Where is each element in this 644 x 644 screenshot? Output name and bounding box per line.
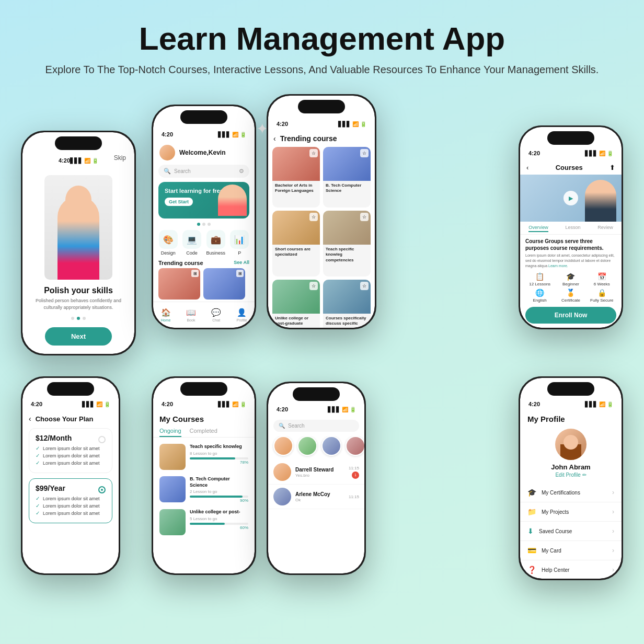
course-card-6[interactable]: ☆ Courses specifically discuss specific: [323, 280, 371, 328]
menu-label: My Projects: [542, 509, 607, 515]
level-icon: 🎓: [566, 272, 575, 281]
search-bar[interactable]: 🔍 Search ⚙: [158, 165, 249, 178]
back-button[interactable]: ‹: [526, 164, 528, 171]
menu-projects[interactable]: 📁 My Projects ›: [520, 502, 622, 522]
plan-yearly[interactable]: $99/Year ✓Lorem ipsum dolor sit amet ✓Lo…: [29, 478, 112, 523]
bookmark-icon[interactable]: ☆: [309, 149, 318, 157]
tab-lesson[interactable]: Lesson: [565, 225, 580, 232]
bookmark-icon[interactable]: ☆: [309, 282, 318, 290]
course-description: Course Groups serve three purposes cours…: [520, 235, 622, 270]
screen-title: My Profile: [520, 413, 622, 429]
stat-label: Certificate: [561, 298, 580, 303]
user-avatar: [159, 145, 175, 160]
stat-label: Beginner: [562, 282, 579, 286]
plan-monthly[interactable]: $12/Month ✓Lorem ipsum dolor sit amet ✓L…: [29, 428, 112, 473]
category-more[interactable]: 📊 P: [230, 230, 249, 256]
tab-ongoing[interactable]: Ongoing: [159, 428, 181, 437]
time: 4:20: [277, 121, 288, 127]
time: 4:20: [162, 401, 173, 407]
learn-more-link[interactable]: Learn more.: [548, 264, 568, 268]
profile-section: John Abram Edit Profile ✏: [520, 429, 622, 478]
menu-help[interactable]: ❓ Help Center ›: [520, 560, 622, 579]
plan-price: $12/Month: [36, 434, 72, 442]
edit-icon: ✏: [582, 472, 586, 478]
course-card-3[interactable]: ☆ Short courses are specialized: [272, 211, 320, 277]
certification-icon: 🎓: [527, 488, 536, 497]
onboarding-desc: Polished person behaves confidently and …: [22, 295, 134, 313]
plan-radio[interactable]: [98, 436, 106, 443]
stat-language: 🌐 English: [525, 289, 554, 303]
contact-avatar-3[interactable]: [321, 436, 341, 456]
bookmark-icon[interactable]: ☆: [360, 213, 369, 221]
back-button[interactable]: ‹: [29, 415, 31, 423]
nav-home[interactable]: 🏠 Home: [161, 308, 171, 322]
contact-avatar-1[interactable]: [273, 436, 293, 456]
course-item-2[interactable]: B. Tech Computer Science 2 Lesson to go …: [153, 473, 255, 506]
chat-item-1[interactable]: Darrell Steward Yes.bro 11:15 1: [268, 460, 364, 485]
bookmark-icon[interactable]: ☆: [360, 149, 369, 157]
language-icon: 🌐: [535, 289, 544, 297]
share-button[interactable]: ⬆: [610, 164, 615, 171]
progress-percent: 90%: [190, 498, 248, 503]
next-button[interactable]: Next: [45, 327, 112, 346]
plan-radio-selected[interactable]: [98, 486, 106, 493]
saved-icon: ⬇: [527, 527, 534, 535]
contact-avatar-4[interactable]: [346, 436, 364, 456]
course-card-4[interactable]: ☆ Teach specific knowleg competencies: [323, 211, 371, 277]
promo-banner[interactable]: Start learning for free Get Start: [158, 182, 249, 218]
menu-card[interactable]: 💳 My Card ›: [520, 541, 622, 560]
skip-button[interactable]: Skip: [114, 154, 126, 162]
chat-icon: 💬: [211, 308, 221, 317]
plan-feature: ✓Lorem ipsum dolor sit amet: [36, 445, 106, 451]
chat-time: 11:15: [349, 494, 359, 499]
search-placeholder: Search: [174, 168, 191, 174]
tab-overview[interactable]: Overview: [528, 225, 548, 232]
time: 4:20: [31, 401, 42, 407]
course-card-1[interactable]: ☆ Bachelor of Arts in Foreign Languages: [272, 147, 320, 208]
carousel-dots: [71, 317, 86, 320]
plan-feature: ✓Lorem ipsum dolor sit amet: [36, 510, 106, 516]
back-button[interactable]: ‹: [273, 134, 276, 143]
chat-search[interactable]: 🔍 Search: [273, 420, 359, 432]
progress-percent: 60%: [190, 525, 248, 530]
bookmark-icon[interactable]: ☆: [309, 213, 318, 221]
contact-avatar-2[interactable]: [297, 436, 317, 456]
page-title: Learn Management App: [10, 21, 634, 56]
tab-completed[interactable]: Completed: [190, 428, 217, 437]
edit-profile-link[interactable]: Edit Profile ✏: [555, 472, 586, 478]
more-icon: 📊: [230, 230, 249, 249]
nav-chat[interactable]: 💬 Chat: [211, 308, 221, 322]
tab-review[interactable]: Review: [597, 225, 613, 232]
search-icon: 🔍: [164, 168, 171, 175]
course-card-2[interactable]: ☆ B. Tech Computer Science: [323, 147, 371, 208]
course-title: Bachelor of Arts in Foreign Languages: [275, 183, 317, 194]
book-icon: 📖: [186, 308, 196, 317]
status-bar: 4:20 ▋▋▋ 📶 🔋: [520, 395, 622, 413]
category-design[interactable]: 🎨 Design: [159, 230, 178, 256]
lessons-icon: 📋: [535, 272, 544, 281]
course-item-3[interactable]: Unlike college or post- 5 Lesson to go 6…: [153, 506, 255, 538]
see-all-link[interactable]: See All: [234, 260, 249, 266]
course-item-1[interactable]: Teach specific knowleg 8 Lesson to go 78…: [153, 441, 255, 473]
menu-certifications[interactable]: 🎓 My Certifications ›: [520, 483, 622, 502]
category-code[interactable]: 💻 Code: [182, 230, 201, 256]
chevron-right-icon: ›: [612, 527, 614, 535]
stat-certificate: 🏅 Certificate: [556, 289, 585, 303]
menu-saved[interactable]: ⬇ Saved Course ›: [520, 522, 622, 541]
onboarding-title: Polish your skills: [44, 286, 113, 295]
categories: 🎨 Design 💻 Code 💼 Business 📊 P: [153, 228, 255, 259]
course-card-5[interactable]: ☆ Unlike college or post-graduate studie…: [272, 280, 320, 328]
design-icon: 🎨: [159, 230, 178, 249]
status-bar: 4:20 ▋▋▋ 📶 🔋: [268, 400, 364, 419]
dot-1: [197, 223, 200, 226]
nav-profile[interactable]: 👤 Profile: [236, 308, 247, 322]
lessons-remaining: 5 Lesson to go: [190, 516, 248, 521]
chat-item-2[interactable]: Arlene McCoy Ok 11:15: [268, 485, 364, 509]
nav-book[interactable]: 📖 Book: [186, 308, 196, 322]
chat-name: Darrell Steward: [295, 467, 344, 473]
enroll-button[interactable]: Enroll Now: [525, 307, 616, 324]
category-business[interactable]: 💼 Business: [206, 230, 225, 256]
bookmark-icon[interactable]: ☆: [360, 282, 369, 290]
get-start-button[interactable]: Get Start: [165, 198, 193, 206]
course-hero-image: [520, 175, 622, 222]
